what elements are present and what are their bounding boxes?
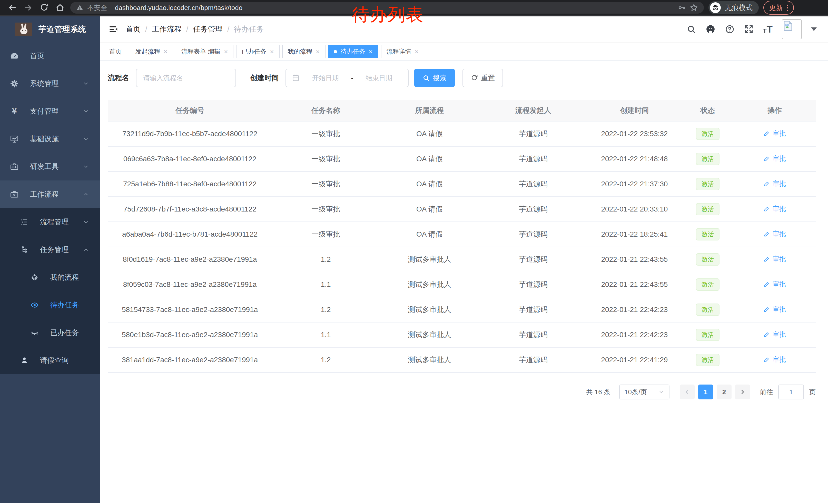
sidebar-item-system[interactable]: 系统管理 <box>0 70 100 97</box>
avatar[interactable] <box>782 19 802 39</box>
task-created: 2022-01-21 22:43:55 <box>587 247 682 272</box>
task-process: OA 请假 <box>380 146 480 172</box>
url-text: dashboard.yudao.iocoder.cn/bpm/task/todo <box>115 4 242 12</box>
sidebar-item-done-tasks[interactable]: 已办任务 <box>0 319 100 347</box>
prev-page-button[interactable] <box>680 384 695 400</box>
task-id: 75d72608-7b7f-11ec-a3c8-acde48001122 <box>108 197 272 222</box>
annotation-overlay-text: 待办列表 <box>352 3 424 27</box>
approve-link[interactable]: 审批 <box>763 255 786 264</box>
tab-form-edit[interactable]: 流程表单-编辑× <box>176 45 234 58</box>
pencil-icon <box>763 256 770 263</box>
approve-link[interactable]: 审批 <box>763 280 786 289</box>
browser-forward-icon[interactable] <box>23 2 34 13</box>
browser-reload-icon[interactable] <box>38 2 50 13</box>
approve-link[interactable]: 审批 <box>763 355 786 364</box>
workflow-submenu: 流程管理 任务管理 我的流程 <box>0 208 100 374</box>
font-size-icon[interactable]: TT <box>763 25 773 34</box>
table-row: 8f0d1619-7ac8-11ec-a9e2-a2380e71991a 1.2… <box>108 247 816 272</box>
tab-start-process[interactable]: 发起流程× <box>130 45 173 58</box>
task-name: 一级审批 <box>272 172 380 197</box>
approve-link[interactable]: 审批 <box>763 129 786 138</box>
close-icon[interactable]: × <box>415 48 419 55</box>
task-created: 2022-01-21 22:42:23 <box>587 297 682 322</box>
close-icon[interactable]: × <box>164 48 167 55</box>
tab-my-process[interactable]: 我的流程× <box>282 45 326 58</box>
approve-link[interactable]: 审批 <box>763 179 786 188</box>
sidebar-label: 待办任务 <box>50 300 79 310</box>
breadcrumb-item[interactable]: 工作流程 <box>152 24 181 34</box>
task-initiator: 芋道源码 <box>480 348 587 372</box>
logo-row: 芋道管理系统 <box>0 16 100 42</box>
status-badge: 激活 <box>696 153 719 165</box>
task-id: 58154733-7ac8-11ec-a9e2-a2380e71991a <box>108 297 272 322</box>
tab-process-detail[interactable]: 流程详情× <box>381 45 424 58</box>
task-created: 2022-01-21 22:42:23 <box>587 322 682 348</box>
status-badge: 激活 <box>696 228 719 240</box>
sidebar-item-todo-tasks[interactable]: 待办任务 <box>0 291 100 319</box>
sidebar-item-infra[interactable]: 基础设施 <box>0 125 100 153</box>
sidebar-item-payment[interactable]: ¥ 支付管理 <box>0 97 100 125</box>
close-icon[interactable]: × <box>270 48 274 55</box>
security-label: 不安全 <box>87 3 107 12</box>
reset-button[interactable]: 重置 <box>462 69 503 87</box>
browser-menu-icon[interactable] <box>787 5 788 11</box>
sidebar-item-my-process[interactable]: 我的流程 <box>0 264 100 291</box>
table-row: 725a1eb6-7b88-11ec-8ef0-acde48001122 一级审… <box>108 172 816 197</box>
close-icon[interactable]: × <box>316 48 320 55</box>
goto-page-input[interactable] <box>778 384 804 400</box>
avatar-dropdown-icon[interactable] <box>811 28 817 31</box>
update-button[interactable]: 更新 <box>763 1 794 15</box>
browser-back-icon[interactable] <box>7 2 18 13</box>
tab-home[interactable]: 首页 <box>104 45 127 58</box>
search-icon[interactable] <box>687 25 696 34</box>
next-page-button[interactable] <box>735 384 750 400</box>
approve-link[interactable]: 审批 <box>763 305 786 314</box>
sidebar-item-home[interactable]: 首页 <box>0 42 100 70</box>
page-2-button[interactable]: 2 <box>717 384 732 400</box>
sidebar-label: 支付管理 <box>30 106 59 116</box>
page-unit-label: 页 <box>809 387 816 397</box>
task-id: 8f059c03-7ac8-11ec-a9e2-a2380e71991a <box>108 272 272 297</box>
pencil-icon <box>763 331 770 338</box>
task-created: 2022-01-22 21:48:48 <box>587 146 682 172</box>
pencil-icon <box>763 205 770 212</box>
col-process: 所属流程 <box>380 100 480 121</box>
navbar: 首页 / 工作流程 / 任务管理 / 待办任务 TT <box>100 16 828 43</box>
sidebar-item-process-mgmt[interactable]: 流程管理 <box>0 208 100 236</box>
sidebar-item-devtools[interactable]: 研发工具 <box>0 153 100 180</box>
sidebar-item-task-mgmt[interactable]: 任务管理 <box>0 236 100 264</box>
key-icon[interactable] <box>678 4 686 12</box>
close-icon[interactable]: × <box>224 48 228 55</box>
sidebar-label: 工作流程 <box>30 189 59 199</box>
github-icon[interactable] <box>705 24 716 34</box>
approve-link[interactable]: 审批 <box>763 229 786 238</box>
approve-link[interactable]: 审批 <box>763 330 786 339</box>
process-name-input[interactable] <box>136 69 236 87</box>
search-button[interactable]: 搜索 <box>414 69 455 87</box>
page-1-button[interactable]: 1 <box>698 384 713 400</box>
fullscreen-icon[interactable] <box>744 25 754 34</box>
start-date-placeholder: 开始日期 <box>302 74 349 83</box>
breadcrumb-item[interactable]: 首页 <box>126 24 140 34</box>
tab-todo-tasks[interactable]: 待办任务× <box>328 45 378 58</box>
tab-done-tasks[interactable]: 已办任务× <box>236 45 279 58</box>
sidebar-collapse-icon[interactable] <box>109 25 118 33</box>
approve-link[interactable]: 审批 <box>763 154 786 163</box>
breadcrumb-item[interactable]: 任务管理 <box>193 24 223 34</box>
task-created: 2022-01-22 21:37:30 <box>587 172 682 197</box>
task-id: 580e1b3d-7ac8-11ec-a9e2-a2380e71991a <box>108 322 272 348</box>
date-range-picker[interactable]: 开始日期 - 结束日期 <box>286 69 409 87</box>
approve-link[interactable]: 审批 <box>763 204 786 213</box>
monitor-icon <box>8 134 20 144</box>
toolbox-icon <box>8 162 20 171</box>
help-icon[interactable] <box>725 25 735 34</box>
page-size-select[interactable]: 10条/页 <box>619 384 669 400</box>
sidebar-item-workflow[interactable]: 工作流程 <box>0 180 100 208</box>
close-icon[interactable]: × <box>369 48 373 55</box>
browser-home-icon[interactable] <box>54 2 66 13</box>
bookmark-star-icon[interactable] <box>690 3 698 12</box>
screen: 不安全 dashboard.yudao.iocoder.cn/bpm/task/… <box>0 0 828 504</box>
sidebar-item-leave-query[interactable]: 请假查询 <box>0 347 100 374</box>
pencil-icon <box>763 306 770 313</box>
col-status: 状态 <box>682 100 733 121</box>
